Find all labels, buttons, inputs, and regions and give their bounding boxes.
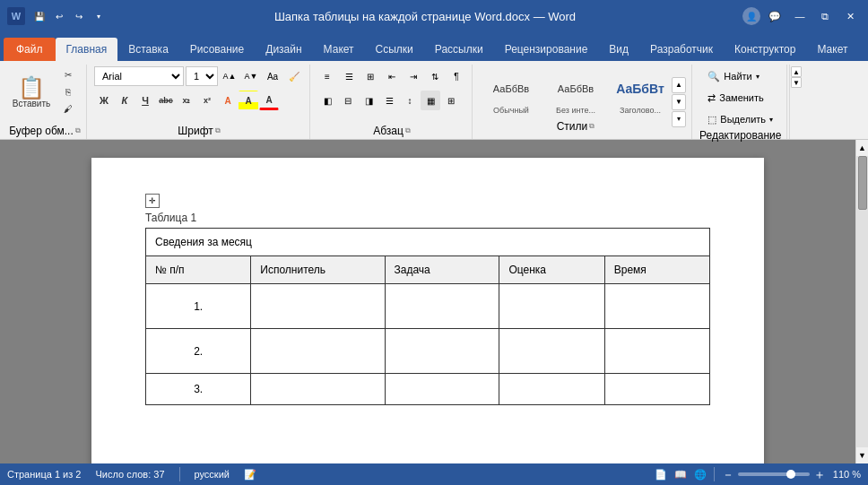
clear-format-button[interactable]: 🧹 <box>284 66 304 86</box>
increase-indent-button[interactable]: ⇥ <box>404 66 423 86</box>
styles-scroll-down[interactable]: ▼ <box>672 94 686 110</box>
borders-button[interactable]: ⊞ <box>441 91 461 110</box>
copy-button[interactable]: ⎘ <box>56 83 81 100</box>
font-color-button[interactable]: A <box>259 91 279 110</box>
styles-box: АаБбВв Обычный АаБбВв Без инте... АаБбВт… <box>480 66 672 120</box>
zoom-thumb[interactable] <box>786 470 795 479</box>
scroll-track[interactable] <box>856 156 869 447</box>
italic-button[interactable]: К <box>115 91 135 110</box>
tab-help[interactable]: Помощ... <box>858 38 868 61</box>
style-heading[interactable]: АаБбВт Заголово... <box>609 66 672 120</box>
tab-file[interactable]: Файл <box>4 38 56 61</box>
window-title: Шапка таблицы на каждой странице Word.do… <box>108 10 742 23</box>
comment-button[interactable]: 💬 <box>764 5 786 27</box>
redo-button[interactable]: ↪ <box>70 7 88 25</box>
style-no-spacing[interactable]: АаБбВв Без инте... <box>544 66 607 120</box>
subscript-button[interactable]: x₂ <box>177 91 196 110</box>
table-move-handle[interactable]: ✛ <box>145 194 160 208</box>
line-spacing-button[interactable]: ↕ <box>400 91 420 110</box>
table-header-row: № п/п Исполнитель Задача Оценка Время <box>146 256 710 284</box>
font-name-select[interactable]: Arial <box>94 66 184 86</box>
styles-scroll-up[interactable]: ▲ <box>672 77 686 93</box>
change-case-button[interactable]: Aa <box>263 66 282 86</box>
justify-button[interactable]: ☰ <box>379 91 399 110</box>
superscript-button[interactable]: x² <box>197 91 217 110</box>
view-print-icon[interactable]: 📄 <box>655 469 667 481</box>
tab-design[interactable]: Дизайн <box>255 38 312 61</box>
tab-layout[interactable]: Макет <box>313 38 365 61</box>
tab-insert[interactable]: Вставка <box>117 38 179 61</box>
close-button[interactable]: ✕ <box>839 5 861 27</box>
table-row: 3. <box>146 374 710 405</box>
scroll-thumb[interactable] <box>858 156 867 210</box>
tab-dev[interactable]: Разработчик <box>639 38 724 61</box>
track-changes-icon: 📝 <box>244 469 256 481</box>
document-table: Сведения за месяц № п/п Исполнитель Зада… <box>145 228 710 405</box>
tab-review[interactable]: Рецензирование <box>494 38 599 61</box>
zoom-level: 110 % <box>833 469 861 480</box>
tab-layout2[interactable]: Макет <box>806 38 858 61</box>
document-scroll-area[interactable]: ✛ Таблица 1 Сведения за месяц № п/п Испо… <box>0 140 855 463</box>
text-effects-button[interactable]: A <box>218 91 238 110</box>
strikethrough-button[interactable]: abc <box>156 91 176 110</box>
numbering-button[interactable]: ☰ <box>339 66 359 86</box>
language-indicator[interactable]: русский <box>195 469 230 480</box>
select-button[interactable]: ⬚ Выделить ▾ <box>701 109 779 129</box>
user-area[interactable]: 👤 <box>742 7 760 25</box>
restore-button[interactable]: ⧉ <box>814 5 836 27</box>
tab-home[interactable]: Главная <box>56 38 118 61</box>
scroll-down-button[interactable]: ▼ <box>856 447 869 463</box>
styles-scroll: ▲ ▼ ▾ <box>672 66 686 137</box>
main-area: ✛ Таблица 1 Сведения за месяц № п/п Испо… <box>0 140 868 463</box>
cut-button[interactable]: ✂ <box>56 66 81 82</box>
paste-label: Вставить <box>13 99 50 108</box>
view-web-icon[interactable]: 🌐 <box>694 469 707 481</box>
save-button[interactable]: 💾 <box>30 7 48 25</box>
find-button[interactable]: 🔍 Найти ▾ <box>701 66 779 86</box>
bullets-button[interactable]: ≡ <box>317 66 337 86</box>
styles-expand-icon[interactable]: ⧉ <box>589 122 595 131</box>
align-left-button[interactable]: ◧ <box>317 91 337 110</box>
styles-scroll-expand[interactable]: ▾ <box>672 111 686 127</box>
format-painter-button[interactable]: 🖌 <box>56 100 81 117</box>
zoom-track[interactable] <box>738 472 810 476</box>
title-bar-left: W 💾 ↩ ↪ ▾ <box>7 7 108 25</box>
clipboard-label-row: Буфер обм... ⧉ <box>9 125 81 137</box>
tab-refs[interactable]: Ссылки <box>365 38 424 61</box>
text-highlight-button[interactable]: A <box>239 91 258 110</box>
show-marks-button[interactable]: ¶ <box>447 66 466 86</box>
tab-constructor[interactable]: Конструктор <box>724 38 806 61</box>
ribbon-scroll-down[interactable]: ▼ <box>791 77 802 88</box>
tab-draw[interactable]: Рисование <box>179 38 255 61</box>
increase-font-button[interactable]: A▲ <box>220 66 239 86</box>
view-read-icon[interactable]: 📖 <box>674 469 687 481</box>
ribbon-scroll-up[interactable]: ▲ <box>791 66 802 77</box>
minimize-button[interactable]: — <box>789 5 811 27</box>
undo-button[interactable]: ↩ <box>50 7 68 25</box>
align-center-button[interactable]: ⊟ <box>338 91 358 110</box>
sort-button[interactable]: ⇅ <box>425 66 445 86</box>
qa-dropdown-button[interactable]: ▾ <box>90 7 108 25</box>
multilevel-button[interactable]: ⊞ <box>360 66 380 86</box>
style-normal[interactable]: АаБбВв Обычный <box>480 66 542 120</box>
table-row: 1. <box>146 284 710 329</box>
shading-button[interactable]: ▦ <box>421 91 440 110</box>
decrease-font-button[interactable]: A▼ <box>241 66 261 86</box>
clipboard-label: Буфер обм... <box>9 125 74 137</box>
replace-button[interactable]: ⇄ Заменить <box>701 88 779 108</box>
decrease-indent-button[interactable]: ⇤ <box>382 66 402 86</box>
bold-button[interactable]: Ж <box>94 91 114 110</box>
clipboard-expand-icon[interactable]: ⧉ <box>75 126 81 135</box>
zoom-plus-button[interactable]: ＋ <box>813 468 826 481</box>
font-size-select[interactable]: 12 <box>186 66 218 86</box>
paste-button[interactable]: 📋 Вставить <box>9 66 54 118</box>
tab-mail[interactable]: Рассылки <box>424 38 494 61</box>
zoom-minus-button[interactable]: － <box>722 468 734 481</box>
scroll-up-button[interactable]: ▲ <box>856 140 869 156</box>
para-expand-icon[interactable]: ⧉ <box>405 126 411 135</box>
col-header-4: Время <box>604 256 709 284</box>
font-expand-icon[interactable]: ⧉ <box>215 126 221 135</box>
underline-button[interactable]: Ч <box>135 91 155 110</box>
tab-view[interactable]: Вид <box>598 38 639 61</box>
align-right-button[interactable]: ◨ <box>359 91 378 110</box>
